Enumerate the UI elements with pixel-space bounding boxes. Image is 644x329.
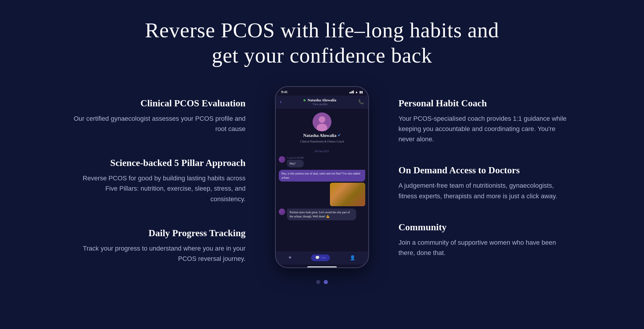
signal-bars-icon	[349, 90, 354, 93]
profile-section: Natasha Aluwalia ✔ Clinical Nutritionist…	[276, 108, 368, 146]
coach-response-content: Portion sizes look great. Let's avoid th…	[287, 209, 356, 220]
user-message-bubble: Hey, is this portion size of daal, sabzi…	[279, 170, 365, 182]
feature-desc-2: Reverse PCOS for good by building lastin…	[72, 173, 246, 204]
hero-title: Reverse PCOS with life–long habits and g…	[145, 18, 499, 68]
feature-title-5: On Demand Access to Doctors	[398, 165, 572, 176]
wifi-icon: ▲	[355, 90, 358, 94]
status-time: 9:41	[281, 90, 288, 94]
header-center: Natasha Aluwalia View profile	[285, 98, 355, 106]
feature-desc-3: Track your progress to understand where …	[72, 243, 246, 264]
back-button[interactable]: ‹	[280, 99, 282, 105]
profile-name: Natasha Aluwalia ✔	[303, 133, 341, 138]
chat-tab[interactable]: 💬 Chat	[311, 254, 330, 261]
message-row-coach-response: Portion sizes look great. Let's avoid th…	[279, 209, 365, 220]
nav-profile-item[interactable]: 👤	[350, 255, 356, 261]
person-icon: 👤	[350, 255, 356, 261]
profile-role: Clinical Nutritionist & Fitness Coach	[300, 140, 344, 143]
nav-heart-item[interactable]: ♥	[288, 255, 291, 260]
feature-desc-5: A judgement-free team of nutritionists, …	[398, 180, 572, 201]
left-column: Clinical PCOS Evaluation Our certified g…	[72, 86, 263, 264]
pagination-dot-2[interactable]	[324, 280, 328, 284]
main-content: Clinical PCOS Evaluation Our certified g…	[24, 86, 620, 268]
contact-name: Natasha Aluwalia	[303, 98, 336, 103]
message-row-coach-greeting: Coach 6:38 PM Hey!	[279, 156, 365, 167]
phone-screen: 9:41 ▲ ▮▮	[276, 87, 368, 267]
page-container: Reverse PCOS with life–long habits and g…	[0, 0, 644, 329]
feature-title-1: Clinical PCOS Evaluation	[72, 98, 246, 109]
feature-title-2: Science-backed 5 Pillar Approach	[72, 157, 246, 168]
date-divider: 09-Jan-2021	[279, 150, 365, 153]
chat-bubble-icon: 💬	[315, 256, 320, 260]
coach-response-bubble: Portion sizes look great. Let's avoid th…	[287, 209, 356, 220]
feature-desc-6: Join a community of supportive women who…	[398, 237, 572, 258]
coach-avatar	[279, 156, 285, 163]
bottom-nav: ♥ 💬 Chat 👤	[276, 252, 368, 265]
verified-badge-icon: ✔	[338, 133, 341, 138]
status-icons: ▲ ▮▮	[349, 90, 363, 94]
home-indicator	[307, 266, 337, 267]
call-button[interactable]: 📞	[358, 99, 364, 105]
svg-point-1	[319, 116, 325, 123]
coach-greeting-bubble: Hey!	[287, 160, 304, 167]
feature-desc-4: Your PCOS-specialised coach provides 1:1…	[398, 113, 572, 145]
feature-clinical-eval: Clinical PCOS Evaluation Our certified g…	[72, 98, 246, 134]
feature-daily-tracking: Daily Progress Tracking Track your progr…	[72, 228, 246, 264]
view-profile-link[interactable]: View profile	[313, 103, 327, 106]
feature-5pillar: Science-backed 5 Pillar Approach Reverse…	[72, 157, 246, 204]
phone-container: 9:41 ▲ ▮▮	[263, 86, 381, 268]
chat-header: ‹ Natasha Aluwalia View profile 📞	[276, 95, 368, 108]
feature-title-6: Community	[398, 222, 572, 233]
feature-title-3: Daily Progress Tracking	[72, 228, 246, 239]
food-plate-visual	[330, 183, 365, 206]
food-image	[330, 183, 365, 206]
chat-label: Chat	[321, 256, 326, 259]
pagination	[24, 280, 620, 284]
user-message-container: Hey, is this portion size of daal, sabzi…	[279, 170, 365, 206]
coach-avatar-2	[279, 209, 285, 215]
pagination-dot-1[interactable]	[316, 280, 320, 284]
feature-desc-1: Our certified gynaecologist assesses you…	[72, 113, 246, 134]
feature-community: Community Join a community of supportive…	[398, 222, 572, 258]
battery-icon: ▮▮	[359, 90, 363, 94]
hero-title-line2: get your confidence back	[212, 44, 432, 67]
online-indicator	[303, 99, 306, 101]
feature-on-demand: On Demand Access to Doctors A judgement-…	[398, 165, 572, 201]
coach-message-content: Coach 6:38 PM Hey!	[287, 156, 304, 167]
right-column: Personal Habit Coach Your PCOS-specialis…	[381, 86, 572, 258]
phone-mockup: 9:41 ▲ ▮▮	[275, 86, 369, 268]
status-bar: 9:41 ▲ ▮▮	[276, 87, 368, 95]
chat-messages: 09-Jan-2021 Coach 6:38 PM Hey!	[276, 146, 368, 252]
coach-sender-label: Coach 6:38 PM	[287, 156, 304, 159]
heart-icon: ♥	[288, 255, 291, 260]
nav-chat-item[interactable]: 💬 Chat	[311, 254, 330, 261]
profile-avatar	[313, 113, 331, 131]
feature-habit-coach: Personal Habit Coach Your PCOS-specialis…	[398, 98, 572, 145]
feature-title-4: Personal Habit Coach	[398, 98, 572, 109]
hero-title-line1: Reverse PCOS with life–long habits and	[145, 19, 499, 42]
